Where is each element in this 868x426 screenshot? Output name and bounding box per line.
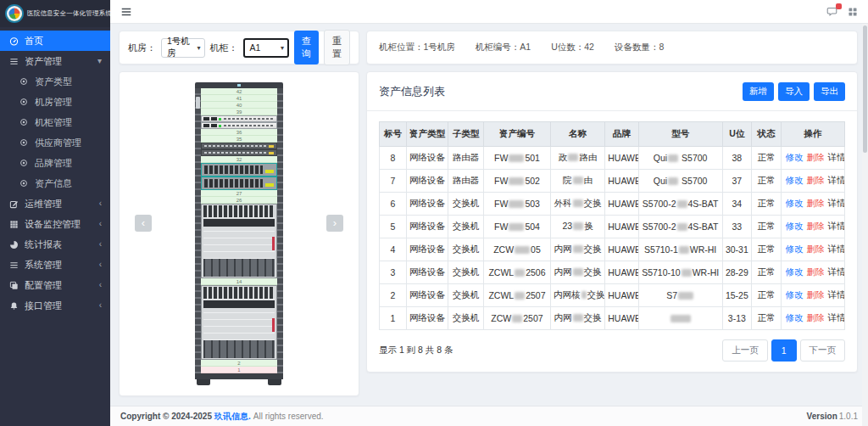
sidebar-item-asset-type[interactable]: 资产类型: [0, 71, 110, 92]
scrollbar-thumb[interactable]: [863, 25, 867, 153]
edit-link[interactable]: 修改: [786, 289, 804, 300]
room-select[interactable]: 1号机房 ▾: [161, 38, 205, 58]
rack-slot-u2: 2: [201, 360, 277, 367]
sidebar-item-asset-mgmt[interactable]: 资产管理▾: [0, 51, 110, 71]
cell-no: 7: [380, 170, 407, 193]
sidebar-item-room-mgmt[interactable]: 机房管理: [0, 92, 110, 112]
edit-link[interactable]: 修改: [786, 175, 804, 185]
messages-icon[interactable]: [826, 6, 837, 17]
cell-subtype: 路由器: [448, 147, 484, 170]
room-select-label: 机房：: [128, 42, 156, 54]
rack-device-u3-13[interactable]: [201, 285, 277, 360]
rack-device-u38[interactable]: [201, 115, 277, 122]
edit-link[interactable]: 修改: [786, 244, 804, 254]
sidebar-item-config-mgmt[interactable]: 配置管理‹: [0, 275, 110, 295]
redacted-text: [677, 200, 687, 208]
pagination-prev-button[interactable]: 上一页: [722, 339, 768, 362]
delete-link[interactable]: 删除: [807, 198, 825, 208]
sidebar-item-brand-mgmt[interactable]: 品牌管理: [0, 153, 110, 173]
delete-link[interactable]: 删除: [807, 289, 825, 300]
sidebar-item-cabinet-mgmt[interactable]: 机柜管理: [0, 112, 110, 132]
cell-u: 37: [722, 170, 752, 193]
redacted-text: [573, 199, 583, 207]
cell-subtype: 交换机: [448, 307, 484, 330]
sidebar-item-supplier-mgmt[interactable]: 供应商管理: [0, 132, 110, 153]
import-button[interactable]: 导入: [778, 82, 810, 101]
edit-link[interactable]: 修改: [786, 312, 804, 322]
redacted-text: [568, 154, 578, 161]
rack-slots: 4241403936353227261421: [201, 88, 277, 373]
edit-link[interactable]: 修改: [786, 266, 804, 277]
cell-subtype: 交换机: [448, 193, 484, 216]
asset-list-panel: 资产信息列表 新增导入导出 标号资产类型子类型资产编号名称品牌型号U位状态操作 …: [366, 71, 858, 373]
detail-link[interactable]: 详情: [828, 312, 845, 322]
rack-device-u33[interactable]: [201, 149, 277, 156]
cell-code: ZCW2507: [483, 307, 550, 330]
copyright-text: Copyright © 2024-2025: [120, 412, 212, 421]
sidebar-item-ops-mgmt[interactable]: 运维管理‹: [0, 193, 110, 214]
cell-name: 内网交换: [551, 238, 605, 261]
table-row: 3网络设备交换机ZCWL2506内网交换HUAWEIS5710-10WR-HI2…: [380, 261, 845, 284]
delete-link[interactable]: 删除: [807, 221, 825, 231]
table-header-row: 标号资产类型子类型资产编号名称品牌型号U位状态操作: [380, 122, 845, 147]
delete-link[interactable]: 删除: [807, 244, 825, 254]
pagination-page-1-button[interactable]: 1: [771, 339, 797, 362]
detail-link[interactable]: 详情: [828, 221, 845, 231]
rack-device-u34[interactable]: [201, 143, 277, 149]
search-button[interactable]: 查询: [294, 31, 319, 64]
rack-device-u15-25[interactable]: [201, 204, 277, 278]
cell-brand: HUAWEI: [605, 170, 639, 193]
detail-link[interactable]: 详情: [828, 175, 845, 185]
table-row: 4网络设备交换机ZCW05内网交换HUAWEIS5710-1WR-HI30-31…: [380, 238, 845, 261]
main-row: ‹ 4241403936353227261421: [119, 71, 858, 396]
column-header: 型号: [638, 122, 722, 147]
delete-link[interactable]: 删除: [807, 152, 825, 162]
rack-slot-u14: 14: [201, 278, 277, 285]
detail-link[interactable]: 详情: [828, 244, 845, 254]
sidebar-item-home[interactable]: 首页: [0, 31, 110, 51]
rack-device-u37[interactable]: [201, 122, 277, 129]
cabinet-select-value: A1: [250, 42, 261, 53]
redacted-text: [668, 154, 678, 162]
edit-link[interactable]: 修改: [786, 152, 804, 162]
edit-link[interactable]: 修改: [786, 221, 804, 231]
page-footer: Copyright © 2024-2025 玖讯信息. All rights r…: [110, 406, 868, 426]
delete-link[interactable]: 删除: [807, 312, 825, 322]
cell-brand: HUAWEI: [605, 307, 639, 330]
cell-name: 23换: [551, 216, 605, 238]
export-button[interactable]: 导出: [814, 82, 845, 101]
delete-link[interactable]: 删除: [807, 175, 825, 185]
cabinet-select-label: 机柜：: [210, 42, 238, 54]
edit-link[interactable]: 修改: [786, 198, 804, 208]
carousel-next-button[interactable]: ›: [326, 215, 343, 232]
sidebar-item-interface-mgmt[interactable]: 接口管理‹: [0, 295, 110, 316]
reset-button[interactable]: 重置: [324, 30, 350, 65]
detail-link[interactable]: 详情: [828, 152, 845, 162]
cabinet-select[interactable]: A1 ▾: [243, 38, 289, 58]
sidebar-item-device-monitor[interactable]: 设备监控管理‹: [0, 214, 110, 234]
detail-link[interactable]: 详情: [828, 198, 845, 208]
detail-link[interactable]: 详情: [828, 266, 845, 277]
sidebar-item-asset-info[interactable]: 资产信息: [0, 173, 110, 193]
sidebar-toggle-icon[interactable]: [120, 6, 132, 18]
apps-grid-icon[interactable]: [848, 7, 858, 17]
notification-badge: [836, 3, 842, 9]
cell-model: Qui S5700: [638, 147, 722, 170]
carousel-prev-button[interactable]: ‹: [135, 215, 152, 232]
company-link[interactable]: 玖讯信息.: [214, 411, 251, 423]
rack-feet: [195, 379, 283, 385]
rack-device-u30-31[interactable]: [201, 163, 277, 177]
cell-model: [638, 307, 722, 330]
panel-title: 资产信息列表: [379, 84, 445, 99]
app-logo-icon: [7, 6, 22, 21]
detail-link[interactable]: 详情: [828, 289, 845, 300]
add-button[interactable]: 新增: [743, 82, 774, 101]
delete-link[interactable]: 删除: [807, 266, 825, 277]
rack-slot-u35: 35: [201, 136, 277, 143]
sidebar-item-system-mgmt[interactable]: 系统管理‹: [0, 255, 110, 275]
pagination-next-button[interactable]: 下一页: [800, 339, 846, 362]
cell-status: 正常: [752, 307, 782, 330]
sidebar-item-stats-report[interactable]: 统计报表‹: [0, 234, 110, 255]
rack-device-u28-29[interactable]: [201, 177, 277, 190]
sidebar-item-label: 资产管理: [25, 55, 62, 68]
